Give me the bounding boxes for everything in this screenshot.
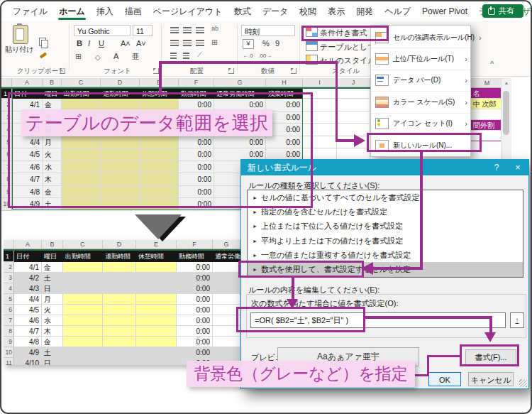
row-header[interactable]: 6 (4, 305, 14, 315)
cell[interactable] (63, 326, 103, 337)
underline-button[interactable]: U (99, 39, 104, 48)
cell[interactable]: 日 (43, 211, 62, 212)
cell[interactable]: 4/6 (14, 315, 42, 326)
percent-style-button[interactable]: % (262, 39, 270, 48)
align-top-icon[interactable] (170, 27, 179, 33)
cell[interactable]: 4/5 (12, 148, 43, 161)
cell[interactable] (140, 211, 179, 212)
cell[interactable] (103, 358, 136, 365)
cell[interactable] (213, 337, 240, 347)
fill-color-button[interactable]: ◇ (95, 53, 101, 61)
cell[interactable] (103, 326, 136, 337)
cell[interactable] (103, 337, 136, 347)
cell[interactable] (62, 186, 101, 199)
cell[interactable]: 0:00 (179, 198, 214, 211)
merge-center-icon[interactable]: ⊞ (211, 38, 218, 47)
cell[interactable] (136, 337, 177, 347)
cell[interactable] (213, 273, 240, 283)
row-header[interactable]: 1 (1, 89, 12, 99)
menu-tab[interactable]: 校閲 (294, 1, 322, 21)
column-header[interactable]: M (471, 78, 501, 88)
rule-type-item[interactable]: ►上位または下位に入る値だけを書式設定 (248, 219, 523, 234)
cell[interactable] (140, 198, 179, 211)
column-header[interactable]: F (179, 78, 214, 87)
cell[interactable] (63, 337, 103, 347)
cell[interactable] (62, 211, 101, 212)
italic-button[interactable]: I (88, 39, 90, 48)
cell[interactable]: 木 (42, 326, 63, 337)
menu-tab[interactable]: 描画 (119, 1, 148, 21)
cell[interactable]: 4/10 (12, 211, 43, 212)
cell[interactable]: 月 (43, 136, 62, 149)
header-cell[interactable]: 日付 (14, 251, 42, 262)
row-header[interactable]: 2 (4, 262, 14, 273)
copy-icon[interactable] (41, 40, 48, 48)
row-header[interactable]: 3 (1, 111, 12, 124)
row-header[interactable]: 4 (4, 283, 14, 294)
cell[interactable] (303, 124, 337, 136)
cell[interactable]: 4/9 (14, 347, 42, 358)
column-header[interactable]: G (213, 240, 240, 249)
font-name-select[interactable]: Yu Gothic (74, 25, 131, 36)
menu-tab[interactable]: 挿入 (91, 1, 119, 21)
cell[interactable]: 木 (43, 173, 62, 186)
row-header[interactable]: 8 (4, 326, 14, 337)
cell[interactable] (62, 136, 101, 149)
row-header[interactable]: 1 (4, 251, 14, 262)
menu-item[interactable]: 新しいルール(N)... (371, 135, 470, 156)
vertical-scrollbar[interactable]: ▲ (501, 78, 511, 159)
help-button[interactable]: ? (486, 163, 507, 173)
cell[interactable]: 火 (43, 148, 62, 161)
menu-tab[interactable]: 数式 (228, 1, 257, 21)
cell[interactable]: 0:00 (179, 161, 214, 174)
rule-type-item[interactable]: ►一意の値または重複する値だけを書式設定 (248, 248, 523, 262)
cell[interactable]: 中 次郎 (471, 99, 501, 109)
cell[interactable]: 間外割 (471, 120, 501, 131)
cell[interactable] (213, 315, 240, 326)
cell[interactable] (303, 99, 337, 111)
cell[interactable]: 4/10 (14, 358, 42, 365)
cell[interactable] (63, 273, 103, 283)
row-header[interactable]: 9 (1, 186, 12, 199)
cell[interactable] (213, 326, 240, 337)
cell[interactable] (337, 136, 370, 149)
cell[interactable]: 日 (42, 283, 63, 294)
row-header[interactable]: 9 (4, 337, 14, 347)
cell[interactable] (337, 99, 370, 111)
row-header[interactable]: 4 (1, 124, 12, 136)
cell[interactable]: 0:00 (177, 326, 213, 337)
cell[interactable]: 月 (42, 294, 63, 305)
column-header[interactable]: D (103, 240, 136, 249)
cell[interactable]: 0:00 (177, 337, 213, 347)
cell[interactable]: 4/7 (12, 173, 43, 186)
cell[interactable] (471, 109, 501, 120)
menu-tab[interactable]: Power Pivot (416, 1, 473, 21)
rule-type-item[interactable]: ►平均より上または下の値だけを書式設定 (248, 234, 523, 248)
row-header[interactable]: 2 (1, 99, 12, 111)
rule-type-item[interactable]: ►指定の値を含むセルだけを書式設定 (248, 205, 523, 219)
cell[interactable]: 0:00 (266, 136, 303, 149)
row-header[interactable]: 11 (4, 358, 14, 365)
cell[interactable]: 0:00 (179, 173, 214, 186)
cell[interactable] (103, 283, 136, 294)
dialog-titlebar[interactable]: 新しい書式ルール ? × (241, 160, 528, 175)
cell[interactable]: 金 (42, 262, 63, 273)
cell[interactable]: 4/5 (14, 305, 42, 315)
cell[interactable] (213, 347, 240, 358)
cell[interactable]: 4/6 (12, 161, 43, 174)
header-cell[interactable]: 休憩時間 (140, 89, 179, 99)
cell[interactable] (63, 347, 103, 358)
cell[interactable] (140, 173, 179, 186)
cell[interactable]: 日 (42, 358, 63, 365)
cell[interactable] (136, 294, 177, 305)
menu-item[interactable]: 上位/下位ルール(T)› (371, 48, 470, 70)
header-cell[interactable]: 勤務時間 (179, 89, 214, 99)
cell[interactable]: 0:00 (179, 136, 214, 149)
menu-item[interactable]: データ バー(D)› (371, 70, 470, 92)
cell[interactable] (63, 358, 103, 365)
cell[interactable] (213, 262, 240, 273)
menu-tab[interactable]: 表示 (322, 1, 350, 21)
cell[interactable]: 0:00 (179, 211, 214, 212)
align-center-icon[interactable] (183, 40, 192, 46)
cell[interactable] (103, 294, 136, 305)
